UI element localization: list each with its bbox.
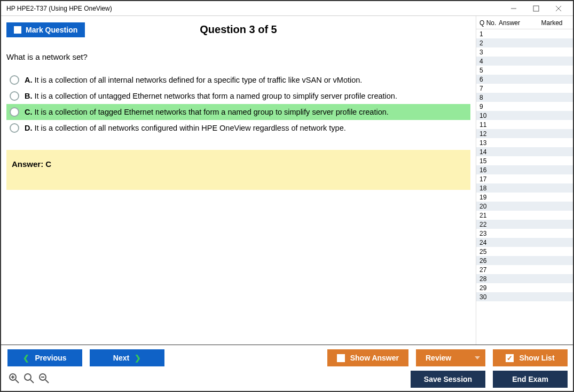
radio-icon bbox=[10, 75, 19, 85]
qlist-row[interactable]: 17 bbox=[476, 174, 573, 183]
qlist-row[interactable]: 11 bbox=[476, 120, 573, 129]
save-session-button[interactable]: Save Session bbox=[411, 371, 485, 388]
qlist-row[interactable]: 25 bbox=[476, 247, 573, 256]
qlist-row[interactable]: 9 bbox=[476, 102, 573, 111]
qlist-number: 16 bbox=[479, 166, 499, 174]
show-answer-label: Show Answer bbox=[350, 354, 399, 362]
qlist-number: 5 bbox=[479, 67, 499, 74]
qlist-number: 3 bbox=[479, 49, 499, 56]
option-text: A. It is a collection of all internal ne… bbox=[25, 76, 362, 84]
svg-rect-1 bbox=[533, 6, 539, 11]
qlist-row[interactable]: 4 bbox=[476, 57, 573, 66]
qlist-row[interactable]: 20 bbox=[476, 202, 573, 211]
col-header-qno: Q No. bbox=[479, 19, 499, 27]
qlist-row[interactable]: 5 bbox=[476, 66, 573, 75]
qlist-number: 23 bbox=[479, 230, 499, 237]
qlist-row[interactable]: 1 bbox=[476, 29, 573, 38]
content-row: Mark Question Question 3 of 5 What is a … bbox=[1, 16, 573, 345]
qlist-number: 10 bbox=[479, 112, 499, 119]
footer: ❮ Previous Next ❯ Show Answer Review Sho… bbox=[1, 345, 573, 391]
qlist-number: 6 bbox=[479, 76, 499, 83]
qlist-number: 2 bbox=[479, 39, 499, 47]
qlist-row[interactable]: 8 bbox=[476, 93, 573, 102]
previous-label: Previous bbox=[35, 354, 66, 362]
qlist-row[interactable]: 13 bbox=[476, 138, 573, 147]
qlist-row[interactable]: 26 bbox=[476, 256, 573, 265]
window-title: HP HPE2-T37 (Using HPE OneView) bbox=[4, 5, 112, 12]
close-icon bbox=[555, 5, 562, 12]
qlist-row[interactable]: 21 bbox=[476, 211, 573, 220]
svg-line-11 bbox=[45, 380, 49, 383]
qlist-number: 17 bbox=[479, 175, 499, 183]
option-text: D. It is a collection of all networks co… bbox=[25, 124, 346, 132]
qlist-row[interactable]: 12 bbox=[476, 129, 573, 138]
qlist-number: 30 bbox=[479, 293, 499, 301]
zoom-controls bbox=[7, 373, 49, 386]
qlist-number: 12 bbox=[479, 130, 499, 138]
show-answer-button[interactable]: Show Answer bbox=[327, 349, 408, 366]
option-row[interactable]: A. It is a collection of all internal ne… bbox=[6, 72, 470, 88]
qlist-row[interactable]: 15 bbox=[476, 156, 573, 165]
question-title: Question 3 of 5 bbox=[6, 23, 470, 36]
footer-buttons-row1: ❮ Previous Next ❯ Show Answer Review Sho… bbox=[7, 349, 568, 366]
answer-value: C bbox=[45, 159, 51, 169]
qlist-number: 29 bbox=[479, 284, 499, 292]
option-row[interactable]: B. It is a collection of untagged Ethern… bbox=[6, 88, 470, 104]
answer-label: Answer: bbox=[12, 159, 45, 169]
qlist-row[interactable]: 3 bbox=[476, 47, 573, 57]
qlist-row[interactable]: 18 bbox=[476, 183, 573, 193]
next-button[interactable]: Next ❯ bbox=[90, 349, 164, 366]
show-list-label: Show List bbox=[519, 354, 554, 362]
qlist-number: 14 bbox=[479, 148, 499, 156]
qlist-row[interactable]: 27 bbox=[476, 265, 573, 274]
chevron-down-icon bbox=[475, 356, 480, 359]
qlist-row[interactable]: 7 bbox=[476, 84, 573, 93]
qlist-row[interactable]: 6 bbox=[476, 75, 573, 84]
qlist-number: 7 bbox=[479, 85, 499, 92]
qlist-number: 13 bbox=[479, 139, 499, 147]
qlist-row[interactable]: 14 bbox=[476, 147, 573, 156]
option-row[interactable]: C. It is a collection of tagged Ethernet… bbox=[6, 104, 470, 120]
qlist-number: 28 bbox=[479, 275, 499, 283]
minimize-icon bbox=[510, 5, 517, 12]
show-list-button[interactable]: Show List bbox=[493, 349, 568, 366]
qlist-row[interactable]: 23 bbox=[476, 229, 573, 238]
qlist-number: 22 bbox=[479, 221, 499, 228]
option-text: C. It is a collection of tagged Ethernet… bbox=[25, 108, 389, 116]
qlist-number: 4 bbox=[479, 58, 499, 65]
radio-icon bbox=[10, 107, 19, 117]
question-list-pane: Q No. Answer Marked 12345678910111213141… bbox=[476, 16, 573, 345]
qlist-row[interactable]: 24 bbox=[476, 238, 573, 247]
previous-button[interactable]: ❮ Previous bbox=[7, 349, 82, 366]
qlist-row[interactable]: 16 bbox=[476, 165, 573, 174]
qlist-row[interactable]: 28 bbox=[476, 274, 573, 283]
qlist-header: Q No. Answer Marked bbox=[476, 16, 573, 29]
qlist-row[interactable]: 22 bbox=[476, 220, 573, 229]
option-row[interactable]: D. It is a collection of all networks co… bbox=[6, 120, 470, 136]
maximize-icon bbox=[533, 5, 539, 12]
checkbox-checked-icon bbox=[506, 354, 514, 362]
zoom-out-button[interactable] bbox=[38, 373, 49, 383]
qlist-row[interactable]: 29 bbox=[476, 283, 573, 292]
checkbox-icon bbox=[337, 354, 345, 362]
zoom-in-button[interactable] bbox=[9, 373, 19, 383]
minimize-button[interactable] bbox=[502, 3, 525, 14]
qlist-row[interactable]: 10 bbox=[476, 111, 573, 120]
question-stem: What is a network set? bbox=[6, 52, 470, 61]
col-header-marked: Marked bbox=[533, 19, 571, 27]
qlist-row[interactable]: 30 bbox=[476, 292, 573, 301]
qlist-row[interactable]: 19 bbox=[476, 193, 573, 202]
qlist-number: 24 bbox=[479, 239, 499, 246]
qlist-row[interactable]: 2 bbox=[476, 38, 573, 47]
review-label: Review bbox=[426, 354, 451, 362]
chevron-right-icon: ❯ bbox=[135, 354, 141, 362]
zoom-reset-button[interactable] bbox=[23, 373, 34, 383]
close-button[interactable] bbox=[547, 3, 570, 14]
question-pane: Mark Question Question 3 of 5 What is a … bbox=[1, 16, 476, 345]
qlist-body[interactable]: 1234567891011121314151617181920212223242… bbox=[476, 29, 573, 345]
zoom-icon bbox=[23, 373, 34, 383]
end-exam-button[interactable]: End Exam bbox=[493, 371, 568, 388]
review-dropdown[interactable]: Review bbox=[416, 349, 485, 366]
maximize-button[interactable] bbox=[525, 3, 547, 14]
save-session-label: Save Session bbox=[424, 375, 472, 383]
